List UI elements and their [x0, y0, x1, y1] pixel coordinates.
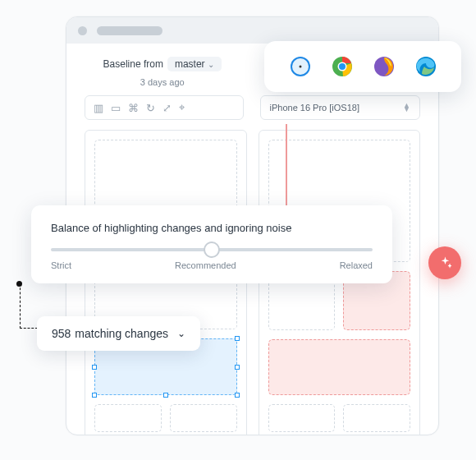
baseline-prefix: Baseline from: [103, 58, 163, 70]
refresh-icon[interactable]: ↻: [146, 102, 155, 114]
region-placeholder: [268, 404, 336, 432]
baseline-header: Baseline from master ⌄ 3 days ago: [85, 56, 240, 87]
window-control-dot[interactable]: [78, 26, 87, 35]
slider-label-strict: Strict: [51, 260, 71, 270]
edge-icon[interactable]: [414, 55, 437, 78]
balance-slider[interactable]: [51, 248, 373, 251]
balance-card: Balance of highlighting changes and igno…: [31, 205, 392, 283]
window-titlebar: [66, 17, 438, 44]
device-icon[interactable]: ▭: [111, 102, 121, 114]
diff-region[interactable]: [268, 339, 411, 395]
slider-label-recommended: Recommended: [175, 260, 236, 270]
firefox-icon[interactable]: [373, 55, 396, 78]
browsers-card: [264, 41, 461, 92]
layout-panel-icon[interactable]: ▥: [94, 102, 103, 114]
baseline-timestamp: 3 days ago: [85, 77, 240, 87]
device-select[interactable]: iPhone 16 Pro [iOS18] ▲▼: [260, 95, 421, 120]
matches-pill[interactable]: 958 matching changes ⌄: [37, 316, 200, 351]
svg-point-5: [339, 63, 346, 70]
slider-knob[interactable]: [204, 242, 220, 258]
region-placeholder: [343, 404, 410, 432]
connector-line: [20, 283, 38, 329]
matches-suffix: matching changes: [75, 327, 168, 340]
slider-label-relaxed: Relaxed: [340, 260, 373, 270]
matches-count: 958: [52, 327, 71, 340]
select-stepper-icon: ▲▼: [403, 104, 410, 112]
address-bar-placeholder: [97, 26, 162, 35]
safari-icon[interactable]: [289, 55, 312, 78]
view-tools[interactable]: ▥ ▭ ⌘ ↻ ⤢ ⌖: [85, 95, 244, 120]
chevron-down-icon: ⌄: [208, 60, 214, 69]
chrome-icon[interactable]: [331, 55, 354, 78]
toolbar-row: ▥ ▭ ⌘ ↻ ⤢ ⌖ iPhone 16 Pro [iOS18] ▲▼: [66, 95, 438, 130]
tag-icon[interactable]: ⤢: [162, 102, 172, 114]
region-placeholder: [170, 404, 237, 432]
balance-title: Balance of highlighting changes and igno…: [51, 222, 373, 234]
branch-selector[interactable]: master ⌄: [167, 57, 222, 71]
attachment-icon[interactable]: ⌘: [128, 102, 139, 114]
chevron-down-icon: ⌄: [177, 328, 185, 339]
device-select-value: iPhone 16 Pro [iOS18]: [270, 103, 359, 113]
region-placeholder: [94, 404, 162, 432]
diff-divider: [286, 124, 287, 214]
sparkle-icon: [437, 255, 453, 271]
svg-point-2: [299, 66, 301, 68]
slider-labels: Strict Recommended Relaxed: [51, 260, 373, 270]
crosshair-icon[interactable]: ⌖: [179, 101, 185, 114]
sparkle-fab[interactable]: [428, 246, 461, 279]
